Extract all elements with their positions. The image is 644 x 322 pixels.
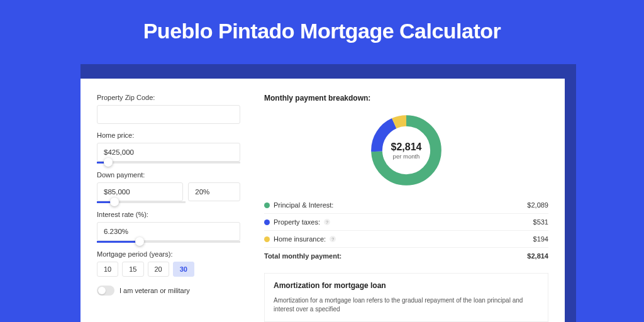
donut-center: $2,814 per month xyxy=(367,111,445,189)
breakdown-item-label: Property taxes: xyxy=(274,218,320,226)
breakdown-item-label: Principal & Interest: xyxy=(274,201,333,209)
legend-dot xyxy=(264,236,270,242)
home-price-input[interactable] xyxy=(97,143,240,162)
donut-chart: $2,814 per month xyxy=(367,111,445,189)
breakdown-row: Home insurance:?$194 xyxy=(264,231,548,248)
calculator-card: Property Zip Code: Home price: Down paym… xyxy=(80,79,565,322)
veteran-toggle[interactable] xyxy=(97,286,114,296)
period-button-30[interactable]: 30 xyxy=(173,262,194,277)
breakdown-row: Property taxes:?$531 xyxy=(264,214,548,231)
down-payment-slider[interactable] xyxy=(97,201,186,203)
donut-sub: per month xyxy=(393,153,420,160)
breakdown-item-value: $194 xyxy=(487,231,548,248)
down-payment-amount-input[interactable] xyxy=(97,182,183,201)
down-payment-label: Down payment: xyxy=(97,171,240,179)
interest-input[interactable] xyxy=(97,222,240,241)
breakdown-item-label: Home insurance: xyxy=(274,235,326,243)
amortization-text: Amortization for a mortgage loan refers … xyxy=(274,296,539,314)
form-column: Property Zip Code: Home price: Down paym… xyxy=(80,79,257,322)
breakdown-total-row: Total monthly payment:$2,814 xyxy=(264,248,548,265)
veteran-row: I am veteran or military xyxy=(97,286,240,296)
down-payment-percent-input[interactable] xyxy=(188,182,240,201)
breakdown-column: Monthly payment breakdown: $2,814 per mo… xyxy=(257,79,565,322)
donut-chart-area: $2,814 per month xyxy=(264,106,548,197)
veteran-label: I am veteran or military xyxy=(119,287,190,294)
period-buttons: 10152030 xyxy=(97,262,240,277)
breakdown-table: Principal & Interest:$2,089Property taxe… xyxy=(264,197,548,264)
period-button-20[interactable]: 20 xyxy=(148,262,169,277)
interest-group: Interest rate (%): xyxy=(97,211,240,243)
info-icon[interactable]: ? xyxy=(324,219,330,225)
down-payment-group: Down payment: xyxy=(97,171,240,203)
legend-dot xyxy=(264,219,270,225)
zip-label: Property Zip Code: xyxy=(97,94,240,101)
interest-label: Interest rate (%): xyxy=(97,211,240,218)
period-label: Mortgage period (years): xyxy=(97,250,240,258)
home-price-slider[interactable] xyxy=(97,162,240,164)
breakdown-total-value: $2,814 xyxy=(487,248,548,265)
page-title: Pueblo Pintado Mortgage Calculator xyxy=(0,0,644,58)
period-group: Mortgage period (years): 10152030 xyxy=(97,250,240,277)
breakdown-row: Principal & Interest:$2,089 xyxy=(264,197,548,214)
donut-amount: $2,814 xyxy=(391,142,422,153)
breakdown-title: Monthly payment breakdown: xyxy=(264,94,548,103)
breakdown-item-value: $531 xyxy=(487,214,548,231)
interest-slider[interactable] xyxy=(97,241,240,243)
breakdown-total-label: Total monthly payment: xyxy=(264,248,487,265)
period-button-10[interactable]: 10 xyxy=(97,262,118,277)
breakdown-item-value: $2,089 xyxy=(487,197,548,214)
legend-dot xyxy=(264,203,270,208)
zip-input[interactable] xyxy=(97,105,240,124)
period-button-15[interactable]: 15 xyxy=(122,262,143,277)
home-price-group: Home price: xyxy=(97,131,240,164)
home-price-label: Home price: xyxy=(97,131,240,139)
info-icon[interactable]: ? xyxy=(330,236,336,242)
amortization-title: Amortization for mortgage loan xyxy=(274,281,539,290)
zip-group: Property Zip Code: xyxy=(97,94,240,124)
amortization-box: Amortization for mortgage loan Amortizat… xyxy=(264,273,548,322)
